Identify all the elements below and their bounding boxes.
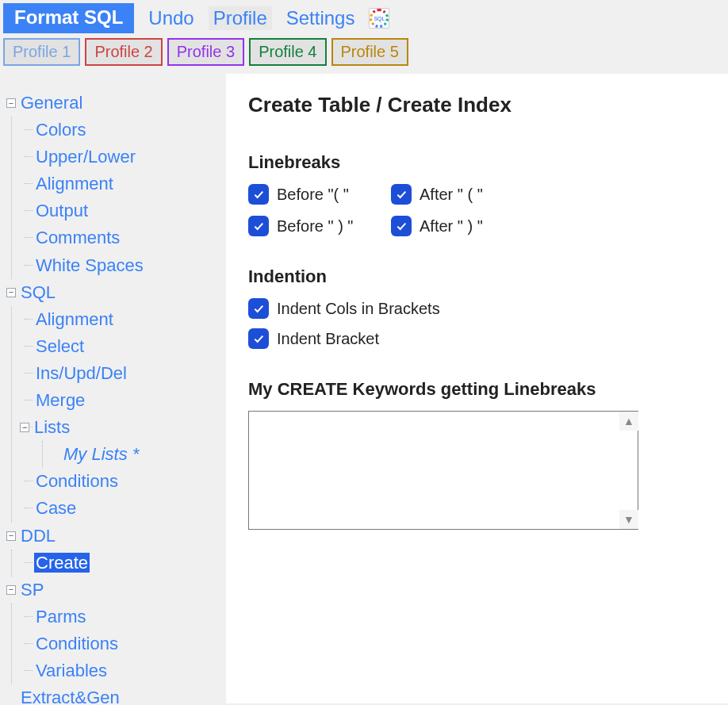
checkbox-indent-cols[interactable]: [248, 298, 269, 319]
tree-node-insupddel[interactable]: Ins/Upd/Del: [34, 363, 128, 383]
tree-node-sql[interactable]: SQL: [19, 279, 57, 306]
tree-node-lists[interactable]: Lists: [33, 414, 71, 441]
label-after-open-paren: After " ( ": [420, 186, 483, 204]
tree-toggle-lists[interactable]: −: [20, 423, 29, 432]
profile-link[interactable]: Profile: [209, 6, 272, 30]
checkbox-before-close-paren[interactable]: [248, 216, 269, 236]
label-indent-bracket: Indent Bracket: [277, 330, 379, 348]
label-before-close-paren: Before " ) ": [277, 217, 353, 236]
tree-toggle-sql[interactable]: −: [6, 288, 16, 297]
checkbox-indent-bracket[interactable]: [248, 328, 269, 349]
tree-node-select[interactable]: Select: [34, 336, 86, 356]
section-indention: Indention: [248, 266, 706, 287]
label-indent-cols: Indent Cols in Brackets: [277, 300, 440, 318]
sql-logo-icon[interactable]: SQL: [369, 8, 389, 29]
scroll-down-icon[interactable]: ▼: [619, 510, 638, 529]
checkbox-after-open-paren[interactable]: [391, 184, 412, 205]
tree-node-alignment[interactable]: Alignment: [34, 174, 115, 193]
sidebar-tree: − General Colors Upper/Lower Alignment O…: [0, 74, 226, 703]
profile-tabs: Profile 1 Profile 2 Profile 3 Profile 4 …: [0, 38, 728, 74]
profile-tab-5[interactable]: Profile 5: [331, 38, 408, 66]
tree-node-output[interactable]: Output: [34, 201, 90, 220]
tree-node-mylists[interactable]: My Lists *: [62, 444, 140, 464]
profile-tab-1[interactable]: Profile 1: [3, 38, 80, 66]
tree-node-parms[interactable]: Parms: [34, 607, 88, 626]
checkbox-before-open-paren[interactable]: [248, 184, 269, 205]
format-sql-button[interactable]: Format SQL: [3, 3, 134, 33]
tree-node-case[interactable]: Case: [34, 498, 78, 518]
tree-toggle-sp[interactable]: −: [6, 585, 16, 595]
menubar: Format SQL Undo Profile Settings SQL: [0, 0, 728, 38]
label-before-open-paren: Before "( ": [277, 186, 349, 204]
tree-node-sp-conditions[interactable]: Conditions: [34, 634, 120, 653]
tree-node-create[interactable]: Create: [34, 553, 90, 573]
profile-tab-3[interactable]: Profile 3: [167, 38, 244, 66]
tree-node-sql-alignment[interactable]: Alignment: [34, 309, 115, 329]
profile-tab-4[interactable]: Profile 4: [249, 38, 326, 66]
undo-link[interactable]: Undo: [144, 6, 198, 30]
page-title: Create Table / Create Index: [248, 93, 706, 117]
section-linebreaks: Linebreaks: [248, 152, 706, 173]
content-panel: Create Table / Create Index Linebreaks B…: [226, 74, 728, 703]
tree-toggle-ddl[interactable]: −: [6, 531, 16, 541]
scroll-up-icon[interactable]: ▲: [619, 412, 638, 431]
label-after-close-paren: After " ) ": [420, 217, 483, 236]
tree-node-comments[interactable]: Comments: [34, 228, 121, 247]
checkbox-after-close-paren[interactable]: [391, 216, 412, 236]
profile-tab-2[interactable]: Profile 2: [85, 38, 162, 66]
tree-node-variables[interactable]: Variables: [34, 661, 109, 680]
tree-node-colors[interactable]: Colors: [34, 120, 88, 140]
tree-toggle-general[interactable]: −: [6, 98, 16, 108]
tree-node-general[interactable]: General: [19, 90, 84, 117]
tree-node-ddl[interactable]: DDL: [19, 523, 57, 550]
section-keywords: My CREATE Keywords getting Linebreaks: [248, 379, 706, 400]
tree-node-merge[interactable]: Merge: [34, 390, 86, 410]
tree-node-sp[interactable]: SP: [19, 577, 45, 603]
keywords-textarea[interactable]: [248, 411, 638, 530]
settings-link[interactable]: Settings: [282, 6, 360, 30]
tree-node-extractgen[interactable]: Extract&Gen: [19, 688, 121, 705]
tree-node-conditions[interactable]: Conditions: [34, 471, 120, 491]
tree-node-whitespaces[interactable]: White Spaces: [34, 255, 145, 275]
tree-node-upperlower[interactable]: Upper/Lower: [34, 147, 137, 167]
